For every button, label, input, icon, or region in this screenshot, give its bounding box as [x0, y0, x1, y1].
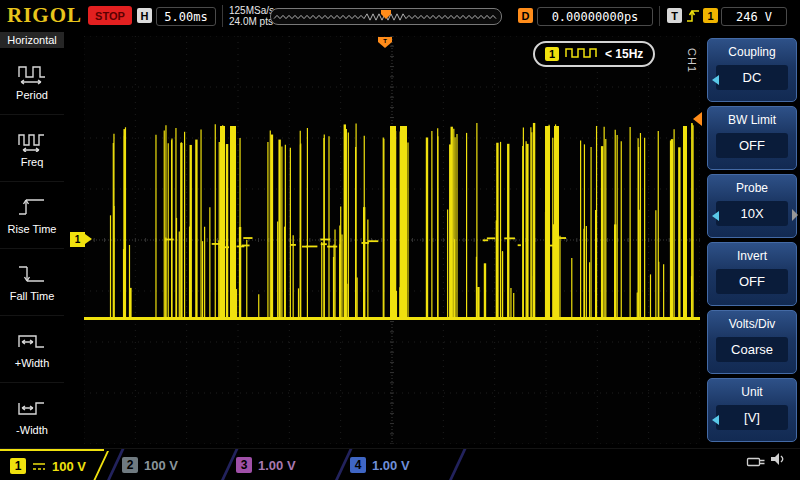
ruler-trigger-position-icon[interactable]	[381, 6, 391, 24]
top-status-bar: RIGOL STOP H 5.00ms 125MSa/s 24.0M pts D…	[0, 0, 800, 32]
menu-item-label: BW Limit	[708, 113, 796, 127]
plus-width-icon	[17, 330, 47, 353]
channel3-scale: 1.00 V	[258, 458, 296, 473]
menu-item-value: 10X	[716, 201, 788, 226]
sidebar-item-label: +Width	[15, 357, 50, 369]
menu-item-value: DC	[716, 65, 788, 90]
menu-item-invert[interactable]: Invert OFF	[707, 242, 797, 306]
freq-badge-channel: 1	[545, 47, 559, 61]
sidebar-item-freq[interactable]: Freq	[0, 115, 64, 182]
rigol-logo: RIGOL	[7, 3, 82, 28]
menu-page-arrow-icon[interactable]	[792, 209, 798, 221]
menu-item-label: Unit	[708, 385, 796, 399]
sidebar-item-rise-time[interactable]: Rise Time	[0, 182, 64, 249]
fall-time-icon	[17, 263, 47, 286]
menu-item-label: Invert	[708, 249, 796, 263]
sidebar-item-label: Freq	[21, 156, 44, 168]
dc-coupling-icon	[32, 457, 46, 475]
channel4-badge: 4	[350, 457, 366, 473]
channel4-scale: 1.00 V	[372, 458, 410, 473]
sidebar-item-label: -Width	[16, 424, 48, 436]
menu-item-label: Probe	[708, 181, 796, 195]
sidebar-item-period[interactable]: Period	[0, 48, 64, 115]
channel2-badge: 2	[122, 457, 138, 473]
timebase-value[interactable]: 5.00ms	[156, 7, 216, 26]
menu-item-probe[interactable]: Probe 10X	[707, 174, 797, 238]
sidebar-item-plus-width[interactable]: +Width	[0, 316, 64, 383]
channel-menu: Coupling DC BW Limit OFF Probe 10X Inver…	[704, 32, 800, 448]
freq-badge-value: < 15Hz	[605, 47, 643, 61]
divider	[659, 6, 660, 26]
graticule-and-waveform	[84, 36, 700, 444]
delay-value[interactable]: 0.00000000ps	[537, 7, 653, 26]
menu-item-label: Volts/Div	[708, 317, 796, 331]
trigger-label-badge: T	[667, 8, 682, 23]
channel4-status[interactable]: 4 1.00 V	[350, 449, 450, 480]
channel2-scale: 100 V	[144, 458, 178, 473]
sidebar-item-label: Fall Time	[10, 290, 55, 302]
menu-item-label: Coupling	[708, 45, 796, 59]
sidebar-item-minus-width[interactable]: -Width	[0, 383, 64, 450]
menu-item-bw-limit[interactable]: BW Limit OFF	[707, 106, 797, 170]
menu-item-unit[interactable]: Unit [V]	[707, 378, 797, 442]
divider	[449, 449, 467, 480]
pulse-train-icon	[565, 45, 599, 63]
run-state-indicator[interactable]: STOP	[88, 6, 132, 25]
select-arrow-icon	[712, 415, 719, 425]
acquisition-info: 125MSa/s 24.0M pts	[222, 5, 274, 27]
channel1-ground-marker[interactable]: 1	[70, 232, 85, 247]
trigger-position-marker[interactable]: T	[378, 35, 392, 53]
trigger-level-marker[interactable]	[693, 112, 702, 126]
select-arrow-icon	[712, 75, 719, 85]
menu-item-volts-div[interactable]: Volts/Div Coarse	[707, 310, 797, 374]
speaker-icon[interactable]	[770, 452, 787, 471]
trigger-frequency-badge: 1 < 15Hz	[533, 41, 655, 67]
trigger-source-badge: 1	[703, 8, 718, 23]
minus-width-icon	[17, 397, 47, 420]
right-menu-channel-label: CH1	[686, 48, 698, 73]
menu-item-value: Coarse	[716, 337, 788, 362]
memory-depth: 24.0M pts	[229, 16, 274, 27]
horizontal-label-badge: H	[137, 8, 152, 23]
sample-rate: 125MSa/s	[229, 5, 274, 16]
oscilloscope-screen: { "header": { "brand": "RIGOL", "run_sta…	[0, 0, 800, 480]
delay-label-badge: D	[518, 8, 533, 23]
channel1-badge: 1	[10, 458, 26, 474]
period-icon	[17, 62, 47, 85]
channel-status-bar: 1 100 V 2 100 V 3 1.00 V 4 1.00 V	[0, 448, 800, 480]
sidebar-item-label: Period	[16, 89, 48, 101]
waveform-display-area: T 1 < 15Hz	[84, 36, 700, 444]
menu-item-coupling[interactable]: Coupling DC	[707, 38, 797, 102]
horizontal-measure-sidebar: Horizontal Period Freq Rise Time	[0, 32, 64, 448]
menu-item-value: [V]	[716, 405, 788, 430]
sidebar-item-fall-time[interactable]: Fall Time	[0, 249, 64, 316]
freq-icon	[17, 129, 47, 152]
rise-time-icon	[17, 196, 47, 219]
menu-item-value: OFF	[716, 133, 788, 158]
channel1-status[interactable]: 1 100 V	[0, 449, 104, 480]
channel2-status[interactable]: 2 100 V	[122, 449, 222, 480]
channel1-scale: 100 V	[52, 459, 86, 474]
trigger-slope-icon	[686, 7, 700, 28]
sidebar-title: Horizontal	[0, 32, 64, 48]
select-arrow-icon	[712, 211, 719, 221]
trigger-level-value[interactable]: 246 V	[721, 7, 787, 26]
channel3-status[interactable]: 3 1.00 V	[236, 449, 336, 480]
menu-item-value: OFF	[716, 269, 788, 294]
waveform-position-ruler[interactable]	[270, 8, 502, 25]
sidebar-item-label: Rise Time	[8, 223, 57, 235]
trigger-marker-letter: T	[383, 38, 387, 44]
usb-icon	[746, 454, 766, 472]
channel3-badge: 3	[236, 457, 252, 473]
